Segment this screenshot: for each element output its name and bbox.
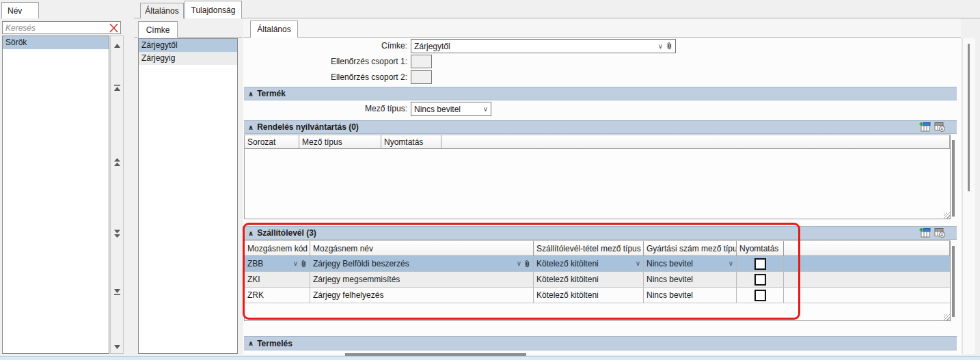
- mezo-tipus-combobox[interactable]: Nincs bevitel ∨: [411, 102, 491, 116]
- scroll-down-icon[interactable]: [113, 342, 122, 351]
- tab-altalanos-top-label: Általános: [145, 6, 178, 16]
- column-header[interactable]: Mező típus: [299, 135, 381, 148]
- paperclip-icon[interactable]: [524, 260, 530, 268]
- column-header[interactable]: Sorozat: [245, 135, 299, 148]
- rendeles-header-row: Sorozat Mező típus Nyomtatás: [245, 135, 950, 149]
- section-termek-header[interactable]: ∧ Termék: [244, 87, 957, 100]
- tab-cimke-label: Címke: [146, 25, 170, 35]
- add-row-icon[interactable]: [919, 227, 931, 238]
- name-list: Sörök: [2, 36, 109, 354]
- collapse-icon[interactable]: ∧: [248, 230, 254, 237]
- ellenorzes1-field[interactable]: [411, 55, 432, 68]
- clear-search-icon[interactable]: [109, 23, 119, 33]
- add-row-icon[interactable]: [919, 122, 931, 132]
- cimke-combobox-value: Zárjegytől: [414, 42, 658, 51]
- main-vertical-scrollbar[interactable]: [962, 38, 975, 354]
- column-header[interactable]: Szállítólevél-tétel mező típus: [534, 241, 644, 255]
- cell-gyartasi-mezo-tipus: Nincs bevitel: [646, 259, 729, 268]
- tab-tulajdonsag[interactable]: Tulajdonság: [185, 1, 242, 18]
- delete-row-icon[interactable]: [934, 227, 946, 238]
- cell-mozgasnem-nev: Zárjegy Belföldi beszerzés: [313, 259, 517, 268]
- delete-row-icon[interactable]: [934, 122, 946, 132]
- column-header-filler: [784, 241, 950, 255]
- section-rendeles-header[interactable]: ∧ Rendelés nyilvántartás (0): [244, 120, 957, 134]
- szallitolevel-table: Mozgásnem kód Mozgásnem név Szállítólevé…: [244, 240, 951, 321]
- page-down-icon[interactable]: [113, 230, 122, 238]
- tab-altalanos-top[interactable]: Általános: [140, 3, 184, 18]
- chevron-down-icon[interactable]: ∨: [517, 260, 521, 267]
- table-row-zbb[interactable]: ZBB ∨ Zárjegy Belföldi beszerzés ∨ Kötel…: [245, 256, 950, 272]
- section-termeles-header[interactable]: ∧ Termelés: [244, 336, 957, 350]
- tab-altalanos-main[interactable]: Általános: [250, 20, 298, 38]
- chevron-down-icon[interactable]: ∨: [658, 43, 663, 50]
- section-termeles-title: Termelés: [257, 339, 292, 348]
- search-input[interactable]: [2, 21, 121, 34]
- tab-cimke[interactable]: Címke: [138, 21, 178, 38]
- list-item-sorok[interactable]: Sörök: [3, 36, 109, 49]
- ellenorzes2-field[interactable]: [411, 70, 432, 84]
- collapse-icon[interactable]: ∧: [248, 90, 254, 98]
- szallitolevel-header-row: Mozgásnem kód Mozgásnem név Szállítólevé…: [245, 241, 950, 256]
- mezo-tipus-value: Nincs bevitel: [414, 105, 483, 114]
- chevron-down-icon[interactable]: ∨: [636, 260, 640, 267]
- column-header[interactable]: Mozgásnem név: [310, 241, 534, 255]
- cell-mozgasnem-kod: ZKI: [245, 272, 310, 287]
- cimke-list: Zárjegytől Zárjegyig: [138, 38, 238, 354]
- resize-grip-icon[interactable]: [944, 314, 951, 321]
- ellenorzes1-label: Ellenőrzés csoport 1:: [301, 55, 407, 69]
- main-vertical-scrollbar-thumb[interactable]: [968, 44, 970, 191]
- section-szallitolevel-header[interactable]: ∧ Szállítólevél (3): [244, 226, 957, 240]
- column-header[interactable]: Mozgásnem kód: [245, 241, 310, 255]
- rendeles-table-scrollbar[interactable]: [952, 140, 955, 217]
- cell-mozgasnem-nev: Zárjegy felhelyezés: [310, 288, 534, 303]
- page-up-icon[interactable]: [113, 158, 122, 167]
- rendeles-table: Sorozat Mező típus Nyomtatás: [244, 135, 951, 219]
- tab-nev-label: Név: [8, 6, 22, 16]
- list-item-zarjegytol[interactable]: Zárjegytől: [139, 39, 237, 52]
- chevron-down-icon[interactable]: ∨: [729, 260, 733, 267]
- cell-tetel-mezo-tipus: Kötelező kitölteni: [534, 288, 644, 303]
- szallitolevel-table-scrollbar[interactable]: [952, 246, 955, 317]
- paperclip-icon[interactable]: [666, 42, 672, 51]
- scroll-up-icon[interactable]: [113, 42, 122, 51]
- list-item-zarjegyig[interactable]: Zárjegyig: [139, 52, 237, 65]
- tab-altalanos-main-label: Általános: [257, 25, 290, 34]
- table-row-zrk[interactable]: ZRK Zárjegy felhelyezés Kötelező kitölte…: [245, 288, 950, 303]
- column-header[interactable]: Gyártási szám mező típus: [644, 241, 737, 255]
- column-header[interactable]: Nyomtatás: [737, 241, 784, 255]
- nyomtatas-checkbox[interactable]: [754, 290, 766, 301]
- table-row-zki[interactable]: ZKI Zárjegy megsemmisítés Kötelező kitöl…: [245, 272, 950, 288]
- cimke-field-label: Címke:: [314, 39, 407, 53]
- chevron-down-icon[interactable]: ∨: [293, 260, 298, 267]
- tab-nev[interactable]: Név: [1, 2, 39, 18]
- nyomtatas-checkbox[interactable]: [754, 274, 766, 286]
- cell-mozgasnem-kod: ZBB: [247, 259, 293, 268]
- list-scroll-column: [110, 36, 124, 354]
- cell-gyartasi-mezo-tipus: Nincs bevitel: [644, 272, 737, 287]
- section-rendeles-title: Rendelés nyilvántartás (0): [257, 122, 359, 132]
- jump-top-icon[interactable]: [113, 83, 122, 92]
- section-szallitolevel-title: Szállítólevél (3): [257, 228, 316, 238]
- jump-bottom-icon[interactable]: [113, 288, 122, 296]
- application-window: Név Sörök Általános Tulajdonság Címke: [0, 0, 980, 360]
- collapse-icon[interactable]: ∧: [248, 340, 254, 347]
- window-bottom-edge: [0, 356, 980, 360]
- column-header[interactable]: Nyomtatás: [381, 135, 441, 148]
- cell-gyartasi-mezo-tipus: Nincs bevitel: [644, 288, 737, 303]
- chevron-down-icon: ∨: [483, 106, 488, 113]
- mezo-tipus-label: Mező típus:: [314, 102, 407, 116]
- cell-tetel-mezo-tipus: Kötelező kitölteni: [534, 272, 644, 287]
- cell-mozgasnem-kod: ZRK: [245, 288, 310, 303]
- cell-mozgasnem-nev: Zárjegy megsemmisítés: [310, 272, 534, 287]
- nyomtatas-checkbox[interactable]: [754, 258, 766, 270]
- paperclip-icon[interactable]: [301, 260, 307, 268]
- collapse-icon[interactable]: ∧: [248, 124, 254, 131]
- section-termek-title: Termék: [257, 89, 286, 98]
- tab-tulajdonsag-label: Tulajdonság: [191, 5, 236, 15]
- resize-grip-icon[interactable]: [944, 212, 951, 219]
- ellenorzes2-label: Ellenőrzés csoport 2:: [301, 70, 407, 85]
- cell-tetel-mezo-tipus: Kötelező kitölteni: [536, 259, 636, 268]
- column-header-filler: [441, 135, 950, 148]
- cimke-combobox[interactable]: Zárjegytől ∨: [411, 39, 676, 53]
